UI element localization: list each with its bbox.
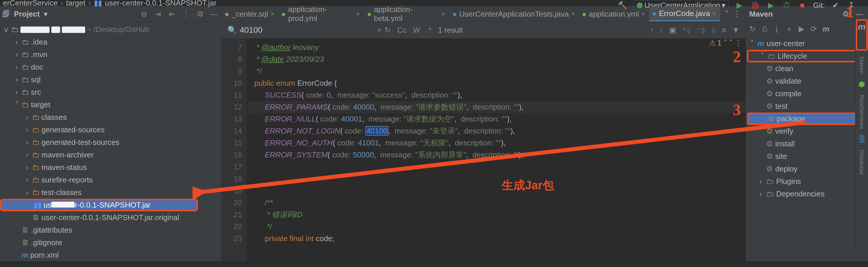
tree-item[interactable]: ›🗀classes xyxy=(0,111,221,124)
expand-arrow-icon[interactable]: › xyxy=(13,63,20,72)
generate-icon[interactable]: ⎙ xyxy=(761,25,769,33)
history-icon[interactable]: ↻ xyxy=(384,26,391,35)
git-update-icon[interactable]: ✔ xyxy=(831,1,841,10)
close-icon[interactable]: × xyxy=(641,10,645,18)
filter-icon[interactable]: ▼ xyxy=(732,26,740,35)
down-icon[interactable]: ˅ xyxy=(729,38,733,47)
maven-tree[interactable]: ˅muser-center˅🗀Lifecycle⚙clean⚙validate⚙… xyxy=(746,36,868,261)
tree-item[interactable]: ›🗀src xyxy=(0,86,221,99)
collapse-icon[interactable]: ⇤ xyxy=(167,9,177,19)
maven-tree-item[interactable]: ⚙deploy xyxy=(747,163,867,175)
tab-errorcode-java[interactable]: ●ErrorCode.java× xyxy=(649,7,720,21)
code-editor[interactable]: ⚠1 ˄˅ ⋮ * @author leovany * @date 2023/0… xyxy=(247,38,745,261)
tree-item[interactable]: ›🗀test-classes xyxy=(0,186,221,199)
maven-tree-item[interactable]: ⚙verify xyxy=(747,125,867,138)
chevron-down-icon[interactable]: ▾ xyxy=(44,10,48,19)
tree-item[interactable]: ›🗀surefire-reports xyxy=(0,174,221,186)
maven-icon[interactable]: m xyxy=(822,25,830,33)
pin-icon[interactable]: ≡ xyxy=(722,26,726,35)
chevron-down-icon[interactable]: ˅ xyxy=(725,10,728,19)
maven-tree-item[interactable]: ⚙validate xyxy=(747,75,867,88)
expand-arrow-icon[interactable]: › xyxy=(13,38,20,47)
maven-tree-item[interactable]: ⚙package xyxy=(747,112,865,125)
tree-item[interactable]: ›🗀sql xyxy=(0,73,221,86)
close-icon[interactable]: × xyxy=(356,10,360,18)
sidebar-db-label[interactable]: Database xyxy=(858,150,865,175)
maven-tree-item[interactable]: ⚙site xyxy=(747,150,867,163)
maven-tree-item[interactable]: ⚙clean xyxy=(747,62,867,75)
expand-arrow-icon[interactable]: › xyxy=(24,125,30,134)
tree-item[interactable]: ›🗀generated-sources xyxy=(0,124,221,136)
words-icon[interactable]: W xyxy=(413,26,420,35)
more-icon[interactable]: ⋮ xyxy=(733,10,741,19)
coverage-button[interactable]: ▶ xyxy=(766,1,776,10)
expand-arrow-icon[interactable]: › xyxy=(24,175,30,185)
selection-icon[interactable]: ⎀ xyxy=(711,26,716,35)
expand-arrow-icon[interactable]: › xyxy=(13,50,20,59)
tree-item[interactable]: mpom.xml xyxy=(0,249,221,261)
up-icon[interactable]: ˄ xyxy=(723,38,727,47)
project-view-icon[interactable]: 🗐 xyxy=(2,10,10,19)
search-input[interactable] xyxy=(240,25,374,35)
prev-match-icon[interactable]: ↑ xyxy=(650,26,654,35)
search-icon[interactable]: 🔍 xyxy=(227,26,237,35)
tab-usercenterapplicationtests-java[interactable]: ●UserCenterApplicationTests.java× xyxy=(450,7,579,21)
maven-tree-item[interactable]: ˅muser-center xyxy=(747,37,867,50)
expand-arrow-icon[interactable]: › xyxy=(24,151,30,160)
reload-icon[interactable]: ↻ xyxy=(748,25,757,33)
select-all-icon[interactable]: ▣ xyxy=(669,26,676,35)
tab--center-sql[interactable]: ●_center.sql× xyxy=(222,7,278,21)
close-icon[interactable]: × xyxy=(270,10,274,18)
close-icon[interactable]: × xyxy=(442,10,445,18)
expand-arrow-icon[interactable]: › xyxy=(24,138,30,147)
expand-arrow-icon[interactable]: › xyxy=(13,75,20,84)
expand-arrow-icon[interactable]: ˅ xyxy=(13,100,20,109)
add-selection-icon[interactable]: ⁺⎀ xyxy=(682,26,691,35)
maven-tree-item[interactable]: ›🗀Plugins xyxy=(747,175,867,188)
tree-item[interactable]: 🗎user-center-0.0.1-SNAPSHOT.jar.original xyxy=(0,211,221,224)
scroll-to-source-icon[interactable]: ⇥ xyxy=(153,9,163,19)
toggle-icon[interactable]: ⟳ xyxy=(809,25,818,33)
maven-tree-item[interactable]: ⚙compile xyxy=(747,88,867,100)
show-options-icon[interactable]: ⋮ xyxy=(181,9,191,19)
tab-application-beta-yml[interactable]: ●application-beta.yml× xyxy=(364,3,449,25)
spring-icon[interactable]: ⬢ xyxy=(858,80,865,89)
remove-selection-icon[interactable]: ⁻⎀ xyxy=(697,26,706,35)
debug-button[interactable]: 🐞 xyxy=(750,1,760,10)
expand-arrow-icon[interactable]: › xyxy=(13,88,20,97)
expand-arrow-icon[interactable]: › xyxy=(24,163,30,172)
expand-arrow-icon[interactable]: › xyxy=(24,113,30,122)
expand-arrow-icon[interactable]: v xyxy=(3,25,9,34)
sidebar-maven-label[interactable]: Maven xyxy=(858,57,865,74)
regex-icon[interactable]: .* xyxy=(426,26,431,35)
tree-item[interactable]: 🗎.gitignore xyxy=(0,236,221,249)
maven-tree-item[interactable]: ⚙install xyxy=(747,138,867,150)
maven-tree-item[interactable]: ˅🗀Lifecycle xyxy=(747,50,865,62)
project-tree[interactable]: v 🗀 ~ /Desktop/GitHub ›🗀.idea›🗀.mvn›🗀doc… xyxy=(0,22,222,261)
database-icon[interactable]: 🗄 xyxy=(858,135,866,144)
maven-icon[interactable]: m xyxy=(858,22,866,31)
tree-item[interactable]: ˅🗀target xyxy=(0,99,221,111)
stop-button[interactable]: ■ xyxy=(798,1,807,10)
maven-tree-item[interactable]: ›🗀Dependencies xyxy=(747,188,867,200)
run-maven-icon[interactable]: ▶ xyxy=(797,25,806,33)
hide-panel-icon[interactable]: — xyxy=(209,9,219,19)
sidebar-rest-label[interactable]: RestServices xyxy=(858,95,865,129)
run-button[interactable]: ▶ xyxy=(735,1,744,10)
close-icon[interactable]: × xyxy=(571,10,575,18)
tree-item[interactable]: ›🗀maven-archiver xyxy=(0,149,221,161)
tree-item[interactable]: ▮▮usr-0.0.1-SNAPSHOT.jar xyxy=(0,199,198,211)
match-case-icon[interactable]: Cc xyxy=(397,26,407,35)
tree-item[interactable]: ›🗀.idea xyxy=(0,36,221,48)
expand-arrow-icon[interactable]: › xyxy=(24,188,30,197)
more-icon[interactable]: ⋮ xyxy=(735,38,742,47)
tree-item[interactable]: ›🗀maven-status xyxy=(0,161,221,174)
tab-application-prod-yml[interactable]: ●application-prod.yml× xyxy=(278,3,364,25)
next-match-icon[interactable]: ↓ xyxy=(659,26,663,35)
add-icon[interactable]: ＋ xyxy=(785,25,794,33)
clear-search-icon[interactable]: × xyxy=(377,26,381,35)
gear-icon[interactable]: ⚙ xyxy=(195,9,205,19)
tree-item[interactable]: ›🗀.mvn xyxy=(0,48,221,61)
close-icon[interactable]: × xyxy=(712,10,716,18)
maven-tree-item[interactable]: ⚙test xyxy=(747,100,867,112)
